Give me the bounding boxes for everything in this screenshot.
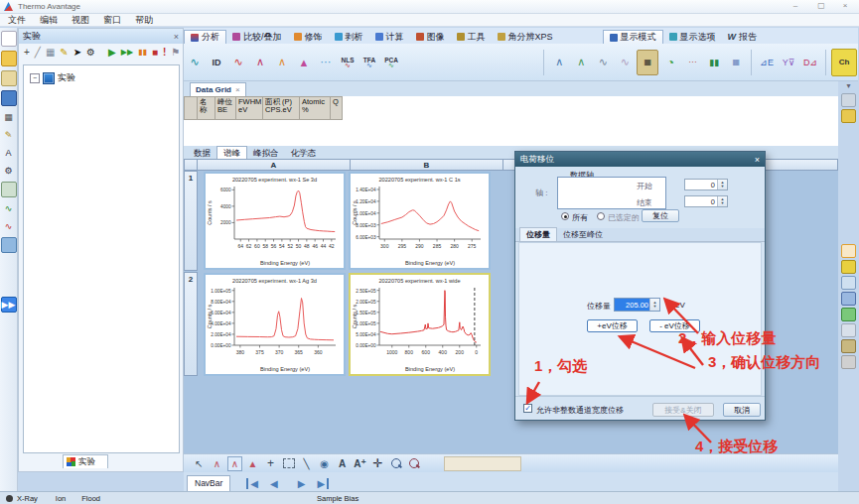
line-tool-icon[interactable]: ╲: [299, 456, 314, 471]
lock-icon[interactable]: [841, 355, 856, 369]
chart-wide[interactable]: 20220705 experiment. wx-1 wideCounts / s…: [349, 273, 491, 376]
ribbon-tab-arxps[interactable]: 角分辨XPS: [492, 30, 559, 44]
end-spinner-arrows[interactable]: ▲▼: [717, 196, 727, 206]
ribbon-tab-compare[interactable]: 比较/叠加: [226, 30, 288, 44]
panel-close-icon[interactable]: ×: [174, 32, 179, 42]
grid-icon[interactable]: ▦: [46, 47, 55, 59]
col-fwhm[interactable]: FWHMeV: [236, 96, 263, 120]
col-name[interactable]: 名称: [198, 96, 215, 120]
window-cascade-icon[interactable]: [841, 308, 856, 321]
library-icon[interactable]: [1, 70, 17, 86]
quantify-icon[interactable]: ⋯: [316, 51, 336, 74]
archive-icon[interactable]: [841, 339, 856, 353]
end-spinner[interactable]: 0 ▲▼: [684, 195, 728, 207]
ribbon-tab-display-options[interactable]: 显示选项: [663, 30, 722, 44]
shift-spinner-arrows[interactable]: ▲▼: [649, 299, 659, 311]
layout-icon[interactable]: [1, 182, 17, 197]
add-peak-icon[interactable]: ∧: [210, 456, 224, 471]
spectrum-icon[interactable]: ∿: [228, 51, 248, 74]
radio-all[interactable]: [561, 212, 569, 220]
new-experiment-icon[interactable]: [1, 31, 17, 47]
axis-xy-icon[interactable]: Y⊽: [779, 51, 798, 74]
non-integer-checkbox[interactable]: ✓: [523, 404, 532, 413]
overlay-display-icon[interactable]: ∧: [571, 51, 591, 74]
grid-row-header-1[interactable]: 1: [184, 171, 198, 271]
run-icon[interactable]: ▶: [108, 47, 116, 59]
print-icon[interactable]: ▦: [2, 110, 16, 124]
start-spinner-arrows[interactable]: ▲▼: [717, 180, 727, 189]
menu-view[interactable]: 视图: [72, 14, 89, 27]
settings-icon[interactable]: ⚙: [2, 164, 16, 178]
menu-window[interactable]: 窗口: [103, 14, 121, 27]
save-icon[interactable]: [1, 90, 17, 106]
menu-help[interactable]: 帮助: [135, 14, 153, 27]
select-cursor-icon[interactable]: ↖: [192, 456, 207, 471]
tree-node-experiment[interactable]: − 实验: [30, 71, 179, 84]
col-area[interactable]: 面积 (P)CPS.eV: [263, 96, 300, 120]
col-peak-be[interactable]: 峰位BE: [215, 96, 236, 120]
maximize-button[interactable]: ▢: [809, 0, 833, 12]
bookmark-icon[interactable]: ⚑: [171, 47, 180, 59]
survey-scan-icon[interactable]: ∿: [185, 51, 205, 74]
export-icon[interactable]: [841, 109, 856, 123]
view-eye-icon[interactable]: ◉: [317, 456, 332, 471]
red-spectrum-icon[interactable]: ∿: [2, 219, 16, 233]
open-folder-icon[interactable]: [1, 51, 17, 66]
add-text-icon[interactable]: A⁺: [353, 456, 367, 471]
crosshair-icon[interactable]: +: [263, 456, 278, 471]
tab-peaks[interactable]: 谱峰: [216, 146, 247, 159]
grid-col-header-b[interactable]: B: [350, 159, 503, 171]
start-spinner[interactable]: 0 ▲▼: [684, 179, 728, 190]
nav-first-icon[interactable]: ◀: [246, 478, 258, 489]
data-grid-tab[interactable]: Data Grid ×: [190, 82, 246, 96]
active-view-icon[interactable]: [841, 244, 856, 258]
start-value[interactable]: 0: [685, 180, 717, 189]
grid-col-header-a[interactable]: A: [197, 159, 351, 171]
dialog-close-icon[interactable]: ×: [755, 155, 760, 165]
multi-peak-icon[interactable]: ∧: [272, 51, 292, 74]
data-grid-close-icon[interactable]: ×: [235, 85, 240, 94]
peak-fit-icon[interactable]: ∧: [250, 51, 270, 74]
ribbon-tab-modify[interactable]: 修饰: [288, 30, 329, 44]
pick-tool-icon[interactable]: ➤: [73, 47, 81, 59]
close-button[interactable]: ×: [833, 0, 857, 12]
pause-icon[interactable]: ▮▮: [138, 47, 147, 59]
grid-row-header-2[interactable]: 2: [184, 272, 198, 376]
gear-icon[interactable]: ⚙: [86, 47, 95, 59]
peak-id-icon[interactable]: ID: [207, 51, 226, 74]
window-tile-icon[interactable]: [841, 292, 856, 306]
accept-close-button[interactable]: 接受&关闭: [652, 403, 714, 417]
ribbon-tab-profile[interactable]: 剥析: [329, 30, 369, 44]
tab-chemical-state[interactable]: 化学态: [285, 147, 323, 159]
axis-energy-icon[interactable]: ⊿E: [757, 51, 777, 74]
peak-baseline-icon[interactable]: ▲: [245, 456, 260, 471]
pencil-icon[interactable]: ✎: [60, 47, 68, 59]
properties-icon[interactable]: [841, 260, 856, 274]
ribbon-tab-calculate[interactable]: 计算: [369, 30, 410, 44]
chart-se3d[interactable]: 20220705 experiment. wx-1 Se 3dCounts / …: [204, 172, 346, 270]
reset-button[interactable]: 复位: [642, 209, 679, 222]
single-display-icon[interactable]: ∧: [549, 51, 569, 74]
chemical-state-icon[interactable]: Ch: [831, 49, 857, 76]
tab-shift-amount[interactable]: 位移量: [519, 227, 557, 241]
edit-icon[interactable]: ✎: [2, 128, 16, 142]
connect-icon[interactable]: ╱: [35, 47, 41, 59]
collapse-strip-icon[interactable]: ▾: [842, 79, 855, 91]
ribbon-tab-analysis[interactable]: 分析: [184, 30, 226, 44]
pca-icon[interactable]: PCA∿: [381, 51, 401, 74]
abort-icon[interactable]: !: [163, 47, 166, 59]
ribbon-tab-report[interactable]: W报告: [722, 30, 764, 44]
nav-prev-icon[interactable]: ◀: [270, 478, 278, 489]
green-spectrum-icon[interactable]: ∿: [2, 201, 16, 215]
minimize-button[interactable]: –: [784, 0, 807, 12]
nav-next-icon[interactable]: ▶: [298, 478, 306, 489]
background-icon[interactable]: ▲: [294, 51, 314, 74]
radio-selected[interactable]: [597, 212, 605, 220]
snapshot-icon[interactable]: [841, 93, 856, 107]
menu-file[interactable]: 文件: [8, 14, 26, 27]
ribbon-tab-display-mode[interactable]: 显示模式: [603, 30, 663, 44]
plus-ev-shift-button[interactable]: +eV位移: [587, 319, 638, 332]
ribbon-tab-image[interactable]: 图像: [410, 30, 451, 44]
shift-amount-value[interactable]: 205.00: [615, 299, 649, 311]
tab-peak-fit[interactable]: 峰拟合: [247, 147, 285, 159]
